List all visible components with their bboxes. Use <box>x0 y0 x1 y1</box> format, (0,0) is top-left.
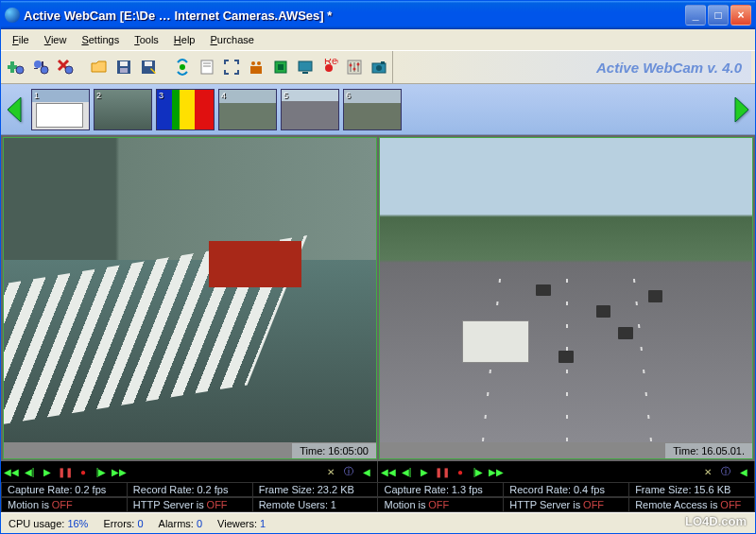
svg-rect-38 <box>381 61 385 64</box>
thumb-3[interactable]: 3 <box>156 89 215 130</box>
pause-button[interactable]: ❚❚ <box>57 463 74 480</box>
scroll-right-button[interactable] <box>729 92 755 128</box>
configure-camera-button[interactable] <box>29 56 52 78</box>
step-back-button[interactable]: ◀| <box>21 463 38 480</box>
save-button[interactable] <box>112 56 135 78</box>
stat-right-capture: Capture Rate: 1.3 fps <box>378 482 504 497</box>
prev-button[interactable]: ◀◀ <box>3 463 20 480</box>
stat-right-http: HTTP Server is OFF <box>504 497 629 512</box>
svg-rect-20 <box>250 66 256 74</box>
menu-tools[interactable]: Tools <box>129 32 164 47</box>
people-button[interactable] <box>245 56 267 78</box>
svg-point-37 <box>376 65 382 71</box>
maximize-button[interactable]: □ <box>708 5 729 26</box>
svg-point-35 <box>357 63 360 66</box>
tv-display-button[interactable] <box>294 56 317 78</box>
play-button[interactable]: ▶ <box>39 463 56 480</box>
thumb-5[interactable]: 5 <box>281 89 339 130</box>
record-button-left[interactable]: ● <box>75 463 92 480</box>
step-back-button-r[interactable]: ◀| <box>398 463 415 480</box>
menu-file[interactable]: File <box>7 32 35 47</box>
play-button-r[interactable]: ▶ <box>416 463 433 480</box>
stat-left-motion: Motion is OFF <box>1 497 128 512</box>
toolbar: Rec Active WebCam v. 4.0 <box>1 50 755 84</box>
menu-help[interactable]: Help <box>168 32 201 47</box>
fullscreen-button[interactable] <box>220 56 243 78</box>
prev-button-r[interactable]: ◀◀ <box>380 463 397 480</box>
delete-camera-button[interactable] <box>54 56 77 78</box>
svg-rect-11 <box>120 61 128 66</box>
thumb-2[interactable]: 2 <box>94 89 152 130</box>
settings-panel-button[interactable] <box>343 56 366 78</box>
pause-button-r[interactable]: ❚❚ <box>434 463 451 480</box>
menubar: File View Settings Tools Help Purchase <box>1 29 755 50</box>
transport-bars: ◀◀ ◀| ▶ ❚❚ ● |▶ ▶▶ ✕ ⓘ ◀ ◀◀ ◀| ▶ ❚❚ ● |▶… <box>1 461 755 482</box>
tools-icon-r[interactable]: ✕ <box>699 463 716 480</box>
open-button[interactable] <box>88 56 111 78</box>
svg-rect-25 <box>299 61 312 71</box>
svg-point-21 <box>257 61 261 65</box>
watermark: LO4D.com <box>685 514 747 528</box>
camera-view-right[interactable]: Time: 16.05.01. <box>379 137 753 459</box>
menu-purchase[interactable]: Purchase <box>205 32 260 47</box>
menu-view[interactable]: View <box>39 32 73 47</box>
svg-rect-16 <box>201 60 213 74</box>
svg-point-2 <box>16 66 24 74</box>
add-camera-button[interactable] <box>5 56 27 78</box>
info-icon-r[interactable]: ⓘ <box>717 463 734 480</box>
minimize-button[interactable]: _ <box>685 5 706 26</box>
svg-rect-1 <box>8 65 17 69</box>
svg-point-6 <box>41 66 48 74</box>
collapse-icon[interactable]: ◀ <box>358 463 375 480</box>
close-button[interactable]: × <box>730 5 751 26</box>
status-alarms: Alarms: 0 <box>159 518 202 529</box>
timestamp-left: Time: 16:05:00 <box>292 442 376 458</box>
menu-settings[interactable]: Settings <box>76 32 125 47</box>
svg-rect-24 <box>278 64 284 70</box>
record-button-r[interactable]: ● <box>452 463 469 480</box>
stat-left-capture: Capture Rate: 0.2 fps <box>1 482 128 497</box>
next-button-r[interactable]: ▶▶ <box>488 463 505 480</box>
svg-text:Rec: Rec <box>324 59 338 66</box>
svg-rect-22 <box>256 66 262 74</box>
step-fwd-button[interactable]: |▶ <box>93 463 110 480</box>
next-button[interactable]: ▶▶ <box>111 463 128 480</box>
svg-marker-39 <box>8 97 21 122</box>
status-errors: Errors: 0 <box>103 518 143 529</box>
page-button[interactable] <box>196 56 218 78</box>
timestamp-right: Time: 16.05.01. <box>665 442 752 458</box>
svg-point-34 <box>353 68 356 71</box>
broadcast-button[interactable] <box>171 56 194 78</box>
stat-left-http: HTTP Server is OFF <box>128 497 253 512</box>
stat-right-frame: Frame Size: 15.6 KB <box>629 482 755 497</box>
svg-rect-4 <box>34 68 38 69</box>
svg-rect-14 <box>145 61 152 66</box>
svg-point-9 <box>65 66 73 74</box>
step-fwd-button-r[interactable]: |▶ <box>470 463 487 480</box>
svg-point-19 <box>251 61 255 65</box>
save-as-button[interactable] <box>137 56 160 78</box>
transport-left: ◀◀ ◀| ▶ ❚❚ ● |▶ ▶▶ ✕ ⓘ ◀ <box>1 461 378 482</box>
collapse-icon-r[interactable]: ◀ <box>735 463 752 480</box>
tools-icon[interactable]: ✕ <box>322 463 339 480</box>
camera-feed-left <box>4 138 376 442</box>
svg-point-3 <box>34 60 42 68</box>
device-button[interactable] <box>269 56 292 78</box>
camera-view-left[interactable]: Time: 16:05:00 <box>3 137 377 459</box>
view-area: Time: 16:05:00 Time: 16.05.01. <box>1 135 755 461</box>
statusbar: CPU usage: 16% Errors: 0 Alarms: 0 Viewe… <box>1 512 755 533</box>
thumb-1[interactable]: 1 <box>31 89 90 130</box>
svg-rect-12 <box>120 68 128 73</box>
window-buttons: _ □ × <box>685 5 751 26</box>
snapshot-button[interactable] <box>368 56 390 78</box>
thumb-4[interactable]: 4 <box>218 89 277 130</box>
scroll-left-button[interactable] <box>1 92 27 128</box>
record-button[interactable]: Rec <box>318 56 341 78</box>
svg-marker-40 <box>735 97 748 122</box>
stat-left-frame: Frame Size: 23.2 KB <box>253 482 379 497</box>
status-viewers: Viewers: 1 <box>217 518 266 529</box>
svg-point-15 <box>180 64 185 70</box>
thumb-6[interactable]: 6 <box>343 89 402 130</box>
info-icon[interactable]: ⓘ <box>340 463 357 480</box>
app-window: Active WebCam [E:\De … Internet Cameras.… <box>0 0 756 534</box>
